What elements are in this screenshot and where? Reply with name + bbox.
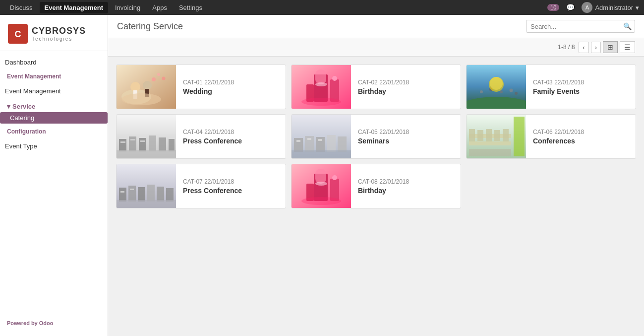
logo-text: CYBROSYS Technologies <box>32 26 86 42</box>
svg-point-77 <box>301 197 341 205</box>
powered-by-link[interactable]: Odoo <box>39 320 54 326</box>
card-id-1: CAT-01 22/01/2018 <box>183 79 234 86</box>
prev-page-button[interactable]: ‹ <box>579 42 588 53</box>
svg-rect-37 <box>120 141 125 143</box>
svg-rect-56 <box>486 129 492 141</box>
svg-rect-69 <box>130 189 134 190</box>
svg-rect-47 <box>296 140 300 142</box>
topbar-apps[interactable]: Apps <box>147 2 172 13</box>
sidebar: C CYBROSYS Technologies Dashboard Event … <box>0 15 108 336</box>
card-name-8: Birthday <box>358 187 409 195</box>
topbar-invoicing[interactable]: Invoicing <box>110 2 145 13</box>
card-id-8: CAT-08 22/01/2018 <box>358 178 409 185</box>
card-image-press <box>117 114 176 159</box>
svg-point-10 <box>157 73 160 76</box>
svg-rect-44 <box>327 135 336 152</box>
svg-rect-36 <box>117 150 176 159</box>
svg-text:C: C <box>15 29 21 39</box>
svg-rect-48 <box>307 138 311 140</box>
sidebar-event-type-label: Event Type <box>5 142 37 150</box>
notification-badge[interactable]: 10 <box>547 4 559 11</box>
conferences-image <box>467 114 526 159</box>
topbar-discuss[interactable]: Discuss <box>5 2 38 13</box>
table-row[interactable]: CAT-05 22/01/2018 Seminars <box>291 114 461 159</box>
content-header: Catering Service 🔍 <box>108 15 644 38</box>
table-row[interactable]: CAT-02 22/01/2018 Birthday <box>291 65 461 109</box>
svg-point-73 <box>315 182 327 186</box>
sidebar-configuration-heading: Configuration <box>7 128 101 135</box>
svg-rect-63 <box>138 187 145 202</box>
svg-point-8 <box>121 93 161 105</box>
sidebar-logo: C CYBROSYS Technologies <box>0 15 108 51</box>
cards-grid: CAT-01 22/01/2018 Wedding <box>116 65 636 208</box>
svg-point-17 <box>332 76 337 81</box>
wedding-image <box>117 65 176 109</box>
svg-rect-45 <box>338 136 347 152</box>
toolbar: 1-8 / 8 ‹ › ⊞ ☰ <box>108 38 644 57</box>
search-button[interactable]: 🔍 <box>620 20 635 32</box>
card-name-7: Press Conference <box>183 187 242 195</box>
card-name-2: Birthday <box>358 87 409 95</box>
svg-rect-57 <box>494 130 500 141</box>
topbar-settings[interactable]: Settings <box>174 2 207 13</box>
birthday2-image <box>292 164 351 208</box>
card-id-3: CAT-03 22/01/2018 <box>533 79 584 86</box>
svg-rect-72 <box>315 169 326 184</box>
svg-rect-38 <box>130 139 135 140</box>
svg-point-11 <box>162 77 166 80</box>
svg-rect-35 <box>169 139 175 151</box>
sidebar-service-label: Service <box>12 103 35 110</box>
card-image-conferences <box>467 114 526 159</box>
svg-point-22 <box>480 90 483 93</box>
card-info-conferences: CAT-06 22/01/2018 Conferences <box>526 124 591 150</box>
card-id-2: CAT-02 22/01/2018 <box>358 79 409 86</box>
press-image <box>117 114 176 159</box>
sidebar-item-event-management[interactable]: Event Management <box>0 85 108 97</box>
table-row[interactable]: CAT-03 22/01/2018 Family Events <box>466 65 636 109</box>
user-menu[interactable]: A Administrator ▾ <box>582 2 639 13</box>
card-info-wedding: CAT-01 22/01/2018 Wedding <box>176 74 241 100</box>
svg-rect-33 <box>149 135 156 151</box>
sidebar-item-catering[interactable]: Catering <box>0 112 108 124</box>
table-row[interactable]: CAT-04 22/01/2018 Press Conference <box>116 114 286 159</box>
family-image <box>467 65 526 109</box>
svg-rect-39 <box>140 140 145 142</box>
svg-point-19 <box>301 98 341 106</box>
sidebar-item-dashboard[interactable]: Dashboard <box>0 56 108 68</box>
card-info-birthday: CAT-02 22/01/2018 Birthday <box>351 74 416 100</box>
chevron-down-icon: ▾ <box>7 103 10 110</box>
card-id-6: CAT-06 22/01/2018 <box>533 129 584 135</box>
table-row[interactable]: CAT-06 22/01/2018 Conferences <box>466 114 636 159</box>
table-row[interactable]: CAT-01 22/01/2018 Wedding <box>116 65 286 109</box>
svg-rect-61 <box>119 188 126 202</box>
page-title: Catering Service <box>117 21 521 32</box>
svg-rect-53 <box>469 141 511 145</box>
sidebar-event-management-heading: Event Management <box>7 73 101 80</box>
card-name-5: Seminars <box>358 137 409 145</box>
sidebar-bottom: Powered by Odoo <box>0 315 108 331</box>
svg-rect-49 <box>318 139 322 141</box>
topbar-event-management[interactable]: Event Management <box>40 2 108 13</box>
next-page-button[interactable]: › <box>591 42 601 53</box>
user-dropdown-icon: ▾ <box>636 4 639 11</box>
content-area: Catering Service 🔍 1-8 / 8 ‹ › ⊞ ☰ <box>108 15 644 336</box>
list-view-button[interactable]: ☰ <box>620 41 635 53</box>
sidebar-item-event-type[interactable]: Event Type <box>0 140 108 152</box>
table-row[interactable]: CAT-08 22/01/2018 Birthday <box>291 164 461 208</box>
svg-rect-55 <box>477 130 483 141</box>
powered-by-text: Powered by <box>7 320 39 326</box>
svg-rect-54 <box>469 129 475 141</box>
pager-info: 1-8 / 8 <box>558 44 575 51</box>
svg-rect-34 <box>159 137 166 151</box>
svg-rect-59 <box>469 149 511 156</box>
card-name-6: Conferences <box>533 137 584 145</box>
sidebar-service-category[interactable]: ▾ Service <box>0 98 108 112</box>
svg-rect-64 <box>147 185 155 202</box>
search-input[interactable] <box>527 21 620 32</box>
kanban-view-button[interactable]: ⊞ <box>603 41 618 53</box>
topbar: Discuss Event Management Invoicing Apps … <box>0 0 644 15</box>
svg-rect-68 <box>120 191 124 193</box>
svg-point-15 <box>315 82 327 86</box>
table-row[interactable]: CAT-07 22/01/2018 Press Conference <box>116 164 286 208</box>
message-icon[interactable]: 💬 <box>566 3 575 11</box>
